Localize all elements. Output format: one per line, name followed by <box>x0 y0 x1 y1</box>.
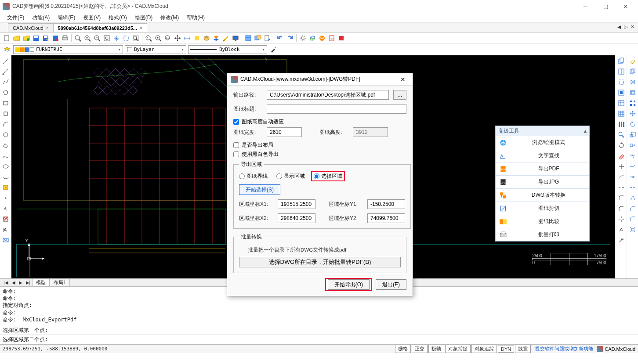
status-polar[interactable]: 极轴 <box>428 345 444 353</box>
join-icon[interactable] <box>628 193 638 203</box>
chamfer-icon[interactable] <box>616 204 626 213</box>
tp-textfind[interactable]: A文字查找 <box>496 149 589 162</box>
close-icon[interactable]: × <box>46 25 49 30</box>
undo-icon[interactable] <box>276 34 285 43</box>
export-icon[interactable] <box>263 34 272 43</box>
menu-function[interactable]: 功能(A) <box>29 13 53 22</box>
tab-nav-arrows[interactable]: ◀ ▷ ✕ <box>617 24 635 30</box>
new-icon[interactable] <box>3 34 11 43</box>
offset-icon[interactable] <box>628 88 638 97</box>
status-osnap[interactable]: 对象捕捉 <box>445 345 471 353</box>
monitor-icon[interactable] <box>231 34 240 43</box>
break2-icon[interactable] <box>628 183 638 192</box>
menu-edit[interactable]: 编辑(E) <box>54 13 79 22</box>
region-icon[interactable] <box>1 235 11 245</box>
select-icon[interactable] <box>616 77 626 87</box>
open-cloud-icon[interactable] <box>22 34 31 43</box>
print-icon[interactable] <box>61 34 69 43</box>
tab-prev-icon[interactable]: ◀ <box>10 280 17 285</box>
tp-dwgversion[interactable]: DWG版本转换 <box>496 188 589 202</box>
status-otrack[interactable]: 对象追踪 <box>471 345 497 353</box>
select-all-icon[interactable] <box>616 88 626 97</box>
chamfer2-icon[interactable] <box>628 204 638 213</box>
tab-last-icon[interactable]: ▶| <box>24 280 33 285</box>
maximize-button[interactable]: ▢ <box>596 1 615 12</box>
revcloud-icon[interactable] <box>1 141 11 150</box>
array-icon[interactable] <box>628 98 638 108</box>
zoom-scale-icon[interactable]: 1:1 <box>163 34 172 43</box>
menu-view[interactable]: 视图(V) <box>80 13 104 22</box>
browse-button[interactable]: ... <box>393 90 406 100</box>
stretch-icon[interactable] <box>628 141 638 150</box>
tp-exportjpg[interactable]: JPG导出JPG <box>496 175 589 188</box>
layers-icon[interactable] <box>212 34 221 43</box>
minimize-button[interactable]: ─ <box>576 1 595 12</box>
circle-icon[interactable] <box>1 130 11 140</box>
globe-icon[interactable] <box>318 34 326 43</box>
bw-checkbox[interactable] <box>233 151 239 157</box>
status-lineweight[interactable]: 线宽 <box>515 345 531 353</box>
distribute-icon[interactable] <box>616 119 626 129</box>
menu-draw[interactable]: 绘图(D) <box>131 13 156 22</box>
layer-combo[interactable]: FURNITRUE ▾ <box>13 45 123 54</box>
explode2-icon[interactable] <box>628 225 638 234</box>
polyline-icon[interactable] <box>1 77 11 87</box>
fillet-icon[interactable] <box>616 193 626 203</box>
palette-icon[interactable] <box>202 34 211 43</box>
redo-icon[interactable] <box>286 34 294 43</box>
copy-icon[interactable] <box>616 56 626 66</box>
exportlayout-checkbox[interactable] <box>233 142 239 148</box>
refresh-icon[interactable] <box>308 34 317 43</box>
trim2-icon[interactable] <box>628 151 638 161</box>
mirror-icon[interactable] <box>628 77 638 87</box>
point-icon[interactable] <box>1 193 11 203</box>
doc-tab-file[interactable]: 5090ab61c4564d8baf63a09223d5...× <box>53 23 147 32</box>
doc-tab-mxcloud[interactable]: CAD.MxCloud× <box>8 23 54 32</box>
autoheight-checkbox[interactable] <box>233 119 239 125</box>
grid-icon[interactable] <box>616 109 626 119</box>
tab-layout1[interactable]: 布局1 <box>50 279 70 287</box>
move2-icon[interactable] <box>628 109 638 119</box>
save-cloud-icon[interactable] <box>51 34 60 43</box>
zoom-all-icon[interactable] <box>131 34 140 43</box>
zoom-prev-icon[interactable] <box>144 34 153 43</box>
tp-browse[interactable]: 浏览/绘图模式 <box>496 136 589 149</box>
polygon-icon[interactable] <box>1 88 11 97</box>
rotate2-icon[interactable] <box>628 119 638 129</box>
tab-first-icon[interactable]: |◀ <box>2 280 10 285</box>
find-replace-icon[interactable] <box>616 130 626 140</box>
menu-help[interactable]: 帮助(H) <box>183 13 208 22</box>
exit-button[interactable]: 退出(E) <box>376 279 406 290</box>
trim-icon[interactable] <box>616 162 626 171</box>
open-icon[interactable] <box>12 34 21 43</box>
text-icon[interactable]: A <box>1 204 11 213</box>
move-icon[interactable] <box>173 34 182 43</box>
batch-button[interactable]: 选择DWG所在目录，开始批量转PDF(B) <box>239 257 401 267</box>
panel-header[interactable]: 高级工具▴ <box>496 126 589 136</box>
table-icon[interactable] <box>616 98 626 108</box>
square-icon[interactable] <box>1 109 11 119</box>
gear-icon[interactable] <box>298 34 307 43</box>
start-select-button[interactable]: 开始选择(S) <box>239 184 280 195</box>
erase2-icon[interactable] <box>628 56 638 66</box>
command-input[interactable]: 选择区域第二个点: <box>0 335 638 344</box>
color-combo[interactable]: ByLayer ▾ <box>125 45 186 54</box>
highlight-icon[interactable] <box>221 34 230 43</box>
save-as-icon[interactable] <box>41 34 50 43</box>
tp-clip[interactable]: 图纸剪切 <box>496 202 589 215</box>
ellipse-arc-icon[interactable] <box>1 172 11 182</box>
dim-icon[interactable] <box>183 34 192 43</box>
menu-modify[interactable]: 修改(M) <box>157 13 182 22</box>
stop-icon[interactable] <box>337 34 346 43</box>
zoom-icon[interactable] <box>73 34 82 43</box>
hatch-icon[interactable] <box>1 214 11 224</box>
status-ortho[interactable]: 正交 <box>412 345 428 353</box>
close-button[interactable]: ✕ <box>616 1 635 12</box>
arc-icon[interactable] <box>1 119 11 129</box>
line-icon[interactable] <box>1 56 11 66</box>
fillet2-icon[interactable] <box>628 214 638 224</box>
area-icon[interactable] <box>192 34 201 43</box>
x1-input[interactable] <box>278 199 315 209</box>
tab-model[interactable]: 模型 <box>32 279 50 287</box>
zoom-window-icon[interactable] <box>122 34 130 43</box>
